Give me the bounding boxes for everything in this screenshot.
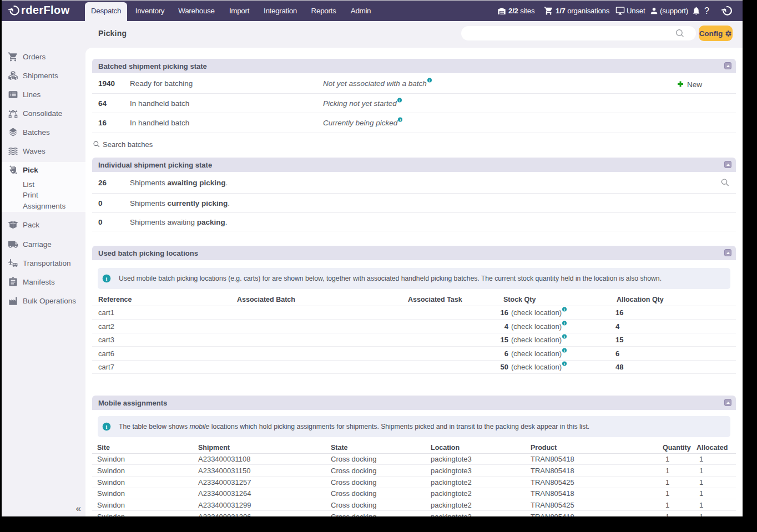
svg-text:i: i <box>106 424 108 430</box>
svg-text:i: i <box>106 276 108 282</box>
